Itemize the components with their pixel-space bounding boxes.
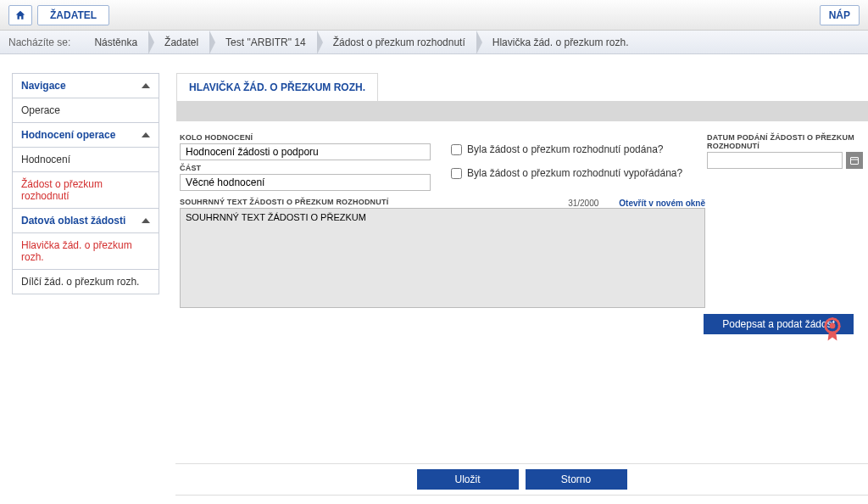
main-content: HLAVIČKA ŽÁD. O PŘEZKUM ROZH. KOLO HODNO… xyxy=(176,73,868,334)
panel-title: HLAVIČKA ŽÁD. O PŘEZKUM ROZH. xyxy=(176,73,378,101)
date-input[interactable] xyxy=(707,152,843,169)
open-new-window-link[interactable]: Otevřít v novém okně xyxy=(619,199,705,208)
vyporadana-label: Byla žádost o přezkum rozhodnutí vypořád… xyxy=(467,167,682,179)
cancel-button[interactable]: Storno xyxy=(526,469,627,490)
calendar-button[interactable] xyxy=(846,152,863,169)
cast-input[interactable] xyxy=(180,174,431,191)
chevron-up-icon xyxy=(142,218,150,223)
home-button[interactable] xyxy=(8,5,32,25)
sidebar-section-label: Hodnocení operace xyxy=(21,129,115,141)
breadcrumb-label: Nacházíte se: xyxy=(8,36,70,48)
kolo-input[interactable] xyxy=(180,143,431,160)
sidebar-item-zadost-prezkum[interactable]: Žádost o přezkum rozhodnutí xyxy=(13,172,159,209)
svg-point-4 xyxy=(830,322,836,328)
breadcrumb-item[interactable]: Test "ARBITR" 14 xyxy=(210,31,318,54)
char-counter: 31/2000 xyxy=(568,199,598,208)
tab-applicant[interactable]: ŽADATEL xyxy=(37,5,109,25)
seal-badge xyxy=(821,316,844,348)
home-icon xyxy=(14,9,26,21)
summary-textarea[interactable] xyxy=(180,208,705,308)
chevron-up-icon xyxy=(142,132,150,137)
footer-actions: Uložit Storno xyxy=(175,463,868,496)
breadcrumb: Nacházíte se: Nástěnka Žadatel Test "ARB… xyxy=(0,31,868,54)
ribbon-icon xyxy=(821,316,844,345)
breadcrumb-item[interactable]: Žádost o přezkum rozhodnutí xyxy=(318,31,477,54)
help-button[interactable]: NÁP xyxy=(820,5,860,25)
sidebar: Navigace Operace Hodnocení operace Hodno… xyxy=(12,73,159,334)
podana-checkbox[interactable] xyxy=(451,144,462,155)
chevron-up-icon xyxy=(142,83,150,88)
sidebar-section-label: Navigace xyxy=(21,80,66,92)
podana-label: Byla žádost o přezkum rozhodnutí podána? xyxy=(467,143,663,155)
panel-toolbar xyxy=(176,101,868,121)
breadcrumb-item[interactable]: Nástěnka xyxy=(79,31,149,54)
svg-rect-0 xyxy=(851,158,859,165)
sidebar-section-label: Datová oblast žádosti xyxy=(21,215,125,227)
breadcrumb-item[interactable]: Hlavička žád. o přezkum rozh. xyxy=(477,31,641,54)
save-button[interactable]: Uložit xyxy=(417,469,519,490)
vyporadana-checkbox[interactable] xyxy=(451,168,462,179)
sidebar-item-hlavicka[interactable]: Hlavička žád. o přezkum rozh. xyxy=(13,233,159,270)
kolo-label: KOLO HODNOCENÍ xyxy=(180,133,434,142)
sidebar-section-navigation[interactable]: Navigace xyxy=(13,74,159,98)
sidebar-section-hodnoceni[interactable]: Hodnocení operace xyxy=(13,123,159,148)
sidebar-item-hodnoceni[interactable]: Hodnocení xyxy=(13,148,159,172)
top-header: ŽADATEL NÁP xyxy=(0,0,868,31)
date-label: DATUM PODÁNÍ ŽÁDOSTI O PŘEZKUM ROZHODNUT… xyxy=(707,133,868,150)
sidebar-item-operace[interactable]: Operace xyxy=(13,98,159,123)
sidebar-section-datova[interactable]: Datová oblast žádosti xyxy=(13,209,159,233)
sidebar-item-dilci[interactable]: Dílčí žád. o přezkum rozh. xyxy=(13,270,159,294)
calendar-icon xyxy=(849,155,860,165)
cast-label: ČÁST xyxy=(180,164,434,172)
textarea-label: SOUHRNNÝ TEXT ŽÁDOSTI O PŘEZKUM ROZHODNU… xyxy=(180,198,388,206)
breadcrumb-item[interactable]: Žadatel xyxy=(149,31,210,54)
